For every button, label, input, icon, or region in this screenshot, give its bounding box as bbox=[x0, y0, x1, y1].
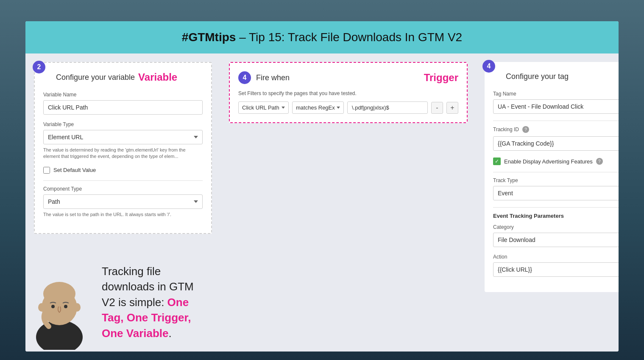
tag-step-badge: 4 bbox=[482, 60, 495, 73]
panel-header: Configure your variable Variable bbox=[43, 71, 203, 83]
tracking-id-group: Tracking ID ? bbox=[493, 126, 619, 151]
tag-name-label: Tag Name bbox=[493, 91, 619, 97]
category-label: Category bbox=[493, 224, 619, 230]
tracking-id-input-row bbox=[493, 136, 619, 151]
action-group: Action bbox=[493, 254, 619, 277]
step-badge-2: 2 bbox=[33, 61, 45, 73]
action-label: Action bbox=[493, 254, 619, 260]
trigger-card: 4 Fire when Trigger Set Filters to speci… bbox=[229, 62, 468, 123]
set-default-label: Set Default Value bbox=[53, 167, 96, 173]
variable-type-label-text: Variable Type bbox=[43, 121, 203, 127]
component-type-group: Component Type Path The value is set to … bbox=[43, 186, 203, 218]
track-type-group: Track Type Event bbox=[493, 177, 619, 200]
filter-value-input[interactable] bbox=[347, 101, 428, 114]
variable-name-label: Variable Name bbox=[43, 92, 203, 98]
bottom-text-area: Tracking file downloads in GTM V2 is sim… bbox=[93, 255, 220, 352]
variable-type-label: Variable bbox=[138, 71, 177, 83]
category-group: Category bbox=[493, 224, 619, 247]
remove-filter-button[interactable]: - bbox=[431, 102, 443, 114]
divider-4 bbox=[493, 207, 619, 208]
component-description: The value is set to the path in the URL.… bbox=[43, 211, 203, 218]
event-tracking-title: Event Tracking Parameters bbox=[493, 213, 619, 219]
variable-type-select[interactable]: Element URL bbox=[43, 130, 203, 144]
filter-operator-select[interactable]: matches RegEx bbox=[292, 101, 344, 114]
trigger-header: 4 Fire when Trigger bbox=[238, 71, 458, 84]
divider-3 bbox=[493, 172, 619, 172]
trigger-description: Set Filters to specify the pages that yo… bbox=[238, 90, 458, 96]
variable-name-group: Variable Name bbox=[43, 92, 203, 115]
tracking-id-input[interactable] bbox=[493, 136, 619, 151]
tag-card: 4 Configure your tag Tag Tag Name Tracki… bbox=[485, 62, 619, 292]
trigger-filter-row: Click URL Path matches RegEx - + bbox=[238, 101, 458, 114]
tag-panel: 4 Configure your tag Tag Tag Name Tracki… bbox=[476, 53, 619, 352]
fire-when-text: Fire when bbox=[256, 73, 424, 82]
action-input-row bbox=[493, 262, 619, 277]
enable-ads-group: ✓ Enable Display Advertising Features ? bbox=[493, 158, 619, 165]
tracking-id-label-row: Tracking ID ? bbox=[493, 126, 619, 133]
variable-description: The value is determined by reading the '… bbox=[43, 147, 203, 160]
tag-header: Configure your tag Tag bbox=[493, 70, 619, 82]
set-default-row: Set Default Value bbox=[43, 167, 203, 174]
tracking-id-question-badge[interactable]: ? bbox=[522, 126, 529, 133]
tag-name-input[interactable] bbox=[493, 99, 619, 114]
divider-1 bbox=[43, 180, 203, 181]
action-input[interactable] bbox=[493, 262, 619, 277]
set-default-checkbox[interactable] bbox=[43, 167, 50, 174]
divider-2 bbox=[493, 121, 619, 121]
trigger-panel: 4 Fire when Trigger Set Filters to speci… bbox=[220, 53, 476, 352]
enable-ads-question-badge[interactable]: ? bbox=[596, 158, 603, 165]
category-input-row bbox=[493, 233, 619, 247]
component-type-select[interactable]: Path bbox=[43, 194, 203, 209]
bottom-text: Tracking file downloads in GTM V2 is sim… bbox=[102, 264, 208, 341]
filter-variable-select[interactable]: Click URL Path bbox=[238, 101, 289, 114]
configure-tag-text: Configure your tag bbox=[506, 72, 569, 81]
enable-ads-checkbox[interactable]: ✓ bbox=[493, 158, 501, 165]
trigger-step-badge: 4 bbox=[238, 71, 251, 84]
enable-ads-label: Enable Display Advertising Features bbox=[504, 158, 593, 165]
bottom-dot: . bbox=[169, 327, 172, 340]
variable-card: 2 Configure your variable Variable Varia… bbox=[34, 62, 212, 234]
page-title: #GTMtips – Tip 15: Track File Downloads … bbox=[38, 31, 606, 44]
track-type-select[interactable]: Event bbox=[493, 186, 619, 200]
add-filter-button[interactable]: + bbox=[446, 102, 458, 114]
configure-variable-text: Configure your variable bbox=[56, 73, 135, 82]
component-type-label: Component Type bbox=[43, 186, 203, 192]
variable-type-group: Variable Type Element URL The value is d… bbox=[43, 121, 203, 160]
enable-ads-row: ✓ Enable Display Advertising Features ? bbox=[493, 158, 619, 165]
variable-name-input[interactable] bbox=[43, 100, 203, 115]
header-bar: #GTMtips – Tip 15: Track File Downloads … bbox=[25, 21, 619, 53]
category-input[interactable] bbox=[493, 233, 619, 247]
tracking-id-label: Tracking ID bbox=[493, 127, 519, 132]
trigger-type-label: Trigger bbox=[424, 72, 458, 84]
main-container: #GTMtips – Tip 15: Track File Downloads … bbox=[25, 21, 619, 352]
track-type-label: Track Type bbox=[493, 177, 619, 183]
tag-name-group: Tag Name bbox=[493, 91, 619, 114]
